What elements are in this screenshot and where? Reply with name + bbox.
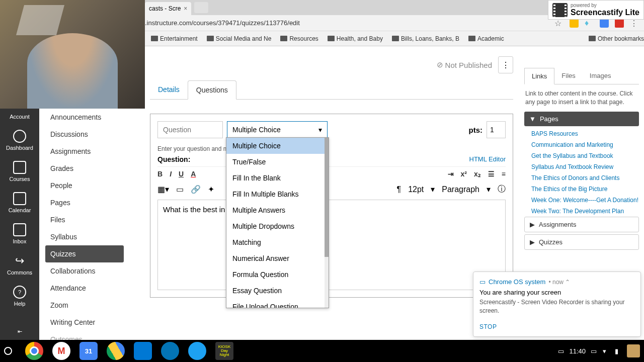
ext-icon[interactable]	[600, 19, 609, 28]
dd-option[interactable]: Matching	[226, 234, 329, 250]
font-size-select[interactable]: 12pt	[408, 185, 424, 194]
accessibility-icon[interactable]: ⓘ	[498, 184, 506, 195]
page-link[interactable]: Communication and Marketing	[524, 139, 639, 150]
cn-pages[interactable]: Pages	[45, 194, 124, 211]
cn-attendance[interactable]: Attendance	[45, 280, 124, 297]
cn-assignments[interactable]: Assignments	[45, 143, 124, 160]
video-app-icon[interactable]	[188, 342, 206, 360]
page-link[interactable]: The Ethics of the Big Picture	[524, 184, 639, 195]
accordion-assignments[interactable]: ▶Assignments	[524, 217, 639, 232]
cn-quizzes[interactable]: Quizzes	[45, 245, 124, 262]
new-tab-button[interactable]	[194, 2, 208, 13]
bookmark-folder[interactable]: Bills, Loans, Banks, B	[392, 35, 459, 42]
bookmark-folder[interactable]: Health, and Baby	[328, 35, 383, 42]
bookmark-folder[interactable]: Social Media and Ne	[207, 35, 272, 42]
dd-option[interactable]: Formula Question	[226, 266, 329, 283]
more-options-button[interactable]: ⋮	[498, 56, 513, 73]
cn-discussions[interactable]: Discussions	[45, 126, 124, 143]
nav-dashboard[interactable]: Dashboard	[0, 125, 39, 156]
close-icon[interactable]: ×	[184, 5, 187, 12]
nav-courses[interactable]: Courses	[0, 156, 39, 187]
pts-input[interactable]	[487, 121, 506, 138]
collapse-nav-icon[interactable]: ⇤	[0, 328, 39, 335]
drive-ext-icon[interactable]	[570, 19, 579, 28]
page-link[interactable]: Syllabus And Textbook Review	[524, 161, 639, 172]
bold-button[interactable]: B	[157, 170, 163, 178]
indent-button[interactable]: ⇥	[448, 170, 454, 178]
question-name-input[interactable]	[157, 121, 223, 138]
rs-tab-files[interactable]: Files	[554, 68, 582, 84]
dd-option[interactable]: Multiple Choice	[226, 138, 329, 154]
dd-option[interactable]: Fill In Multiple Blanks	[226, 186, 329, 202]
accordion-pages[interactable]: ▼Pages	[524, 112, 639, 126]
number-list-button[interactable]: ≡	[502, 170, 506, 178]
cn-collaborations[interactable]: Collaborations	[45, 262, 124, 280]
ext-icon-2[interactable]	[615, 19, 624, 28]
battery-icon[interactable]: ▮	[615, 347, 622, 354]
text-color-button[interactable]: A	[191, 170, 196, 178]
italic-button[interactable]: I	[170, 170, 172, 178]
page-link[interactable]: Get the Syllabus and Textbook	[524, 150, 639, 161]
tab-details[interactable]: Details	[150, 80, 188, 99]
embed-button[interactable]: ▭	[176, 185, 184, 194]
onedrive-app-icon[interactable]	[134, 342, 152, 360]
rs-tab-images[interactable]: Images	[583, 68, 618, 84]
cn-zoom[interactable]: Zoom	[45, 297, 124, 314]
kiosk-app-icon[interactable]: KIOSKDayNight	[215, 342, 233, 360]
bookmark-folder[interactable]: Academic	[468, 35, 504, 42]
paragraph-select[interactable]: Paragraph	[442, 185, 479, 194]
chrome-app-icon[interactable]	[25, 342, 43, 360]
chevron-up-icon[interactable]: ⌃	[565, 279, 570, 286]
rich-text-editor[interactable]: What is the best in	[157, 200, 506, 290]
nav-commons[interactable]: ↪Commons	[0, 249, 39, 281]
clock[interactable]: 11:40	[569, 347, 586, 355]
dd-option[interactable]: Fill In the Blank	[226, 170, 329, 186]
star-icon[interactable]: ☆	[554, 19, 564, 28]
underline-button[interactable]: U	[179, 170, 184, 178]
stop-sharing-button[interactable]: STOP	[479, 323, 634, 330]
bullet-list-button[interactable]: ☰	[488, 170, 495, 178]
bookmark-folder[interactable]: Entertainment	[151, 35, 198, 42]
cn-announcements[interactable]: Announcements	[45, 109, 124, 126]
accordion-quizzes[interactable]: ▶Quizzes	[524, 234, 639, 250]
clear-format-button[interactable]: ✦	[208, 185, 214, 194]
tab-questions[interactable]: Questions	[188, 80, 236, 100]
table-button[interactable]: ▦▾	[157, 185, 169, 194]
launcher-icon[interactable]	[4, 347, 12, 355]
page-link[interactable]: The Ethics of Donors and Clients	[524, 172, 639, 184]
direction-button[interactable]: ¶	[397, 185, 401, 194]
dd-option[interactable]: True/False	[226, 154, 329, 170]
cn-writing-center[interactable]: Writing Center	[45, 314, 124, 331]
cn-people[interactable]: People	[45, 177, 124, 194]
bookmark-folder[interactable]: Resources	[280, 35, 318, 42]
calendar-app-icon[interactable]: 31	[79, 342, 98, 360]
nav-help[interactable]: ?Help	[0, 281, 39, 312]
page-link[interactable]: Week Two: The Development Plan	[524, 206, 639, 217]
cn-grades[interactable]: Grades	[45, 160, 124, 177]
scrollbar[interactable]	[325, 138, 329, 308]
notification-tray-icon[interactable]: ▭	[558, 347, 564, 355]
question-type-select[interactable]: Multiple Choice ▾	[227, 121, 328, 138]
cast-icon[interactable]: ▭	[591, 347, 598, 354]
superscript-button[interactable]: x²	[461, 170, 467, 178]
diamond-ext-icon[interactable]: ♦	[585, 19, 594, 28]
cn-files[interactable]: Files	[45, 211, 124, 228]
files-app-icon[interactable]	[161, 342, 179, 360]
rs-tab-links[interactable]: Links	[524, 68, 554, 84]
avatar-icon[interactable]	[627, 344, 640, 357]
dd-option[interactable]: File Upload Question	[226, 299, 329, 308]
menu-icon[interactable]: ⋮	[630, 19, 639, 28]
cn-syllabus[interactable]: Syllabus	[45, 228, 124, 245]
drive-app-icon[interactable]	[107, 342, 125, 360]
nav-account[interactable]: Account	[0, 109, 39, 125]
dd-option[interactable]: Numerical Answer	[226, 250, 329, 266]
dd-option[interactable]: Essay Question	[226, 283, 329, 299]
nav-calendar[interactable]: Calendar	[0, 187, 39, 218]
subscript-button[interactable]: x₂	[474, 170, 481, 178]
dd-option[interactable]: Multiple Answers	[226, 202, 329, 218]
nav-inbox[interactable]: Inbox	[0, 218, 39, 249]
gmail-app-icon[interactable]: M	[52, 342, 70, 360]
link-button[interactable]: 🔗	[191, 185, 201, 194]
page-link[interactable]: Week One: Welcome----Get A Donation!	[524, 195, 639, 206]
wifi-icon[interactable]: ▾	[603, 347, 610, 354]
